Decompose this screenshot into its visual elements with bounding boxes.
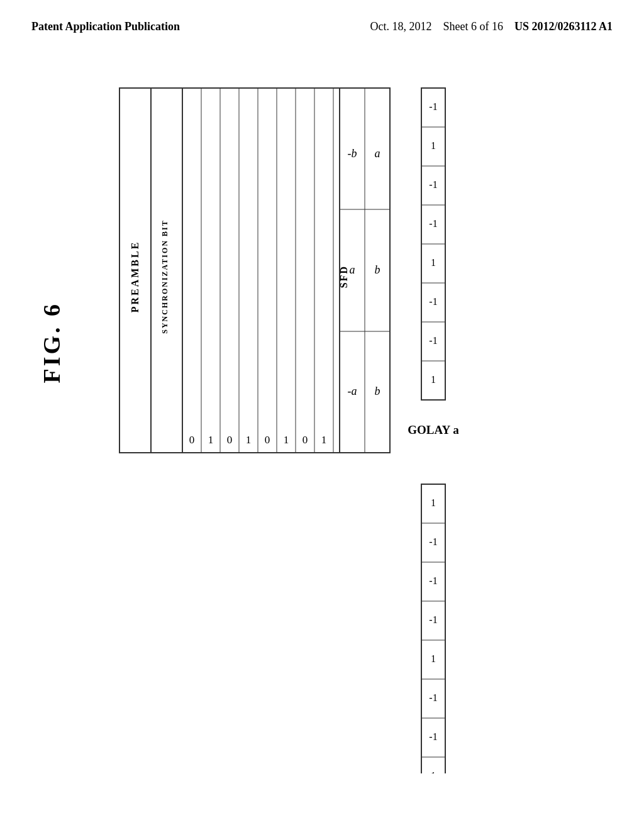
sfd-cell-3-2: b (375, 385, 380, 397)
golay-b-v7: -1 (429, 731, 437, 742)
golay-a-v4: -1 (429, 218, 437, 229)
golay-b-v4: -1 (429, 614, 437, 625)
bit-7: 1 (321, 434, 327, 446)
sfd-cell-2-2: b (375, 263, 380, 276)
bit-3: 1 (246, 434, 252, 446)
sfd-cell-1-2: a (375, 147, 380, 160)
sfd-cell-3-1: -a (348, 385, 357, 397)
main-diagram: PREAMBLE SYNCHRONIZATION BIT 0 1 0 1 0 1… (82, 82, 644, 773)
bit-1: 1 (208, 434, 214, 446)
golay-a-label: GOLAY a (408, 423, 459, 436)
bit-2: 0 (227, 434, 233, 446)
golay-b-v3: -1 (429, 575, 437, 586)
sheet-info: Sheet 6 of 16 (443, 20, 502, 33)
golay-b-v5: 1 (431, 653, 436, 664)
golay-a-v2: 1 (431, 140, 436, 151)
bit-4: 0 (265, 434, 270, 446)
golay-a-v7: -1 (429, 335, 437, 346)
svg-rect-23 (421, 484, 445, 773)
patent-number: US 2012/0263112 A1 (514, 20, 613, 33)
bit-0: 0 (189, 434, 195, 446)
golay-b-v1: 1 (431, 497, 436, 508)
page-header: Patent Application Publication Oct. 18, … (0, 0, 644, 35)
golay-a-v6: -1 (429, 296, 437, 307)
bit-5: 1 (284, 434, 289, 446)
golay-b-v8: 1 (431, 770, 436, 773)
pub-date: Oct. 18, 2012 (370, 20, 431, 33)
publication-label: Patent Application Publication (31, 19, 180, 35)
publication-text: Patent Application Publication (31, 20, 180, 33)
golay-a-v1: -1 (429, 101, 437, 112)
header-info: Oct. 18, 2012 Sheet 6 of 16 US 2012/0263… (370, 19, 613, 35)
golay-a-v5: 1 (431, 257, 436, 268)
sync-label: SYNCHRONIZATION BIT (160, 219, 169, 333)
preamble-label: PREAMBLE (130, 241, 140, 313)
fig-label: FIG. 6 (38, 302, 65, 384)
sfd-cell-2-1: a (350, 263, 355, 276)
sfd-cell-1-1: -b (348, 147, 357, 160)
golay-b-v6: -1 (429, 692, 437, 703)
golay-a-v3: -1 (429, 179, 437, 190)
bit-6: 0 (303, 434, 308, 446)
golay-b-v2: -1 (429, 536, 437, 547)
golay-a-v8: 1 (431, 374, 436, 385)
